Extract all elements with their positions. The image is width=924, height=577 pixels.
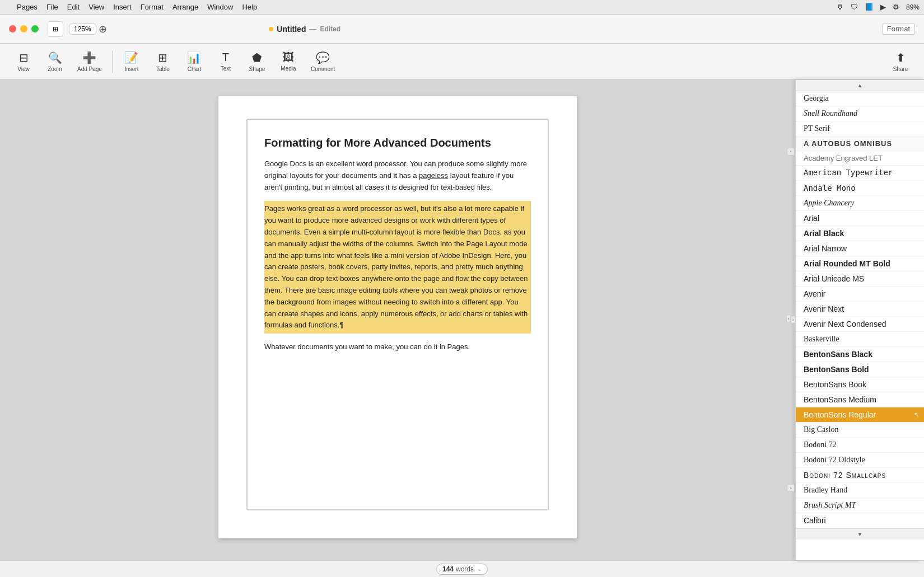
menu-item-file[interactable]: File <box>42 2 63 12</box>
table-icon: ⊞ <box>158 51 167 64</box>
word-count-chevron[interactable]: ⌄ <box>477 566 482 572</box>
font-item-bodoni72-oldstyle[interactable]: Bodoni 72 Oldstyle <box>796 453 924 468</box>
font-item-andale[interactable]: Andale Mono <box>796 181 924 196</box>
toolbar-table[interactable]: ⊞ Table <box>148 49 178 74</box>
font-item-arial-narrow[interactable]: Arial Narrow <box>796 241 924 256</box>
font-item-bentonsans-book[interactable]: BentonSans Book <box>796 377 924 392</box>
font-item-baskerville[interactable]: Baskerville <box>796 332 924 347</box>
toolbar-chart[interactable]: 📊 Chart <box>180 49 209 74</box>
word-count-badge[interactable]: 144 words ⌄ <box>436 564 488 575</box>
cursor-indicator: ↖ <box>914 411 920 419</box>
font-item-bentonsans-black[interactable]: BentonSans Black <box>796 347 924 362</box>
doc-title-text[interactable]: Untitled <box>277 25 306 34</box>
font-item-arial-black[interactable]: Arial Black <box>796 226 924 241</box>
font-item-arial-unicode[interactable]: Arial Unicode MS <box>796 271 924 287</box>
document-page[interactable]: Formatting for More Advanced Documents G… <box>218 96 577 538</box>
font-item-avenir-next[interactable]: Avenir Next <box>796 302 924 317</box>
menu-item-help[interactable]: Help <box>237 2 262 12</box>
font-group-autobus: A AUTOBUS OMNIBUS <box>796 137 924 151</box>
font-panel[interactable]: ▲ Georgia Snell Roundhand PT Serif A AUT… <box>795 79 924 560</box>
close-button[interactable] <box>9 25 16 32</box>
fullscreen-button[interactable] <box>31 25 39 32</box>
font-item-bentonsans-bold[interactable]: BentonSans Bold <box>796 362 924 377</box>
title-bar: ⊞ 125% ⊕ Untitled — Edited Format <box>0 15 924 44</box>
add-page-label: Add Page <box>77 66 102 72</box>
share-icon: ⬆ <box>896 51 906 64</box>
menu-item-view[interactable]: View <box>84 2 109 12</box>
window-controls[interactable] <box>9 25 39 32</box>
vpn-icon[interactable]: 🛡 <box>851 3 858 11</box>
toolbar-media[interactable]: 🖼 Media <box>274 49 303 74</box>
menu-item-insert[interactable]: Insert <box>109 2 136 12</box>
toolbar-insert[interactable]: 📝 Insert <box>117 49 146 74</box>
font-item-bentonsans-medium[interactable]: BentonSans Medium <box>796 392 924 407</box>
scroll-right-arrow-3[interactable]: › <box>791 316 795 323</box>
toolbar-zoom[interactable]: 🔍 Zoom <box>40 49 69 74</box>
insert-label: Insert <box>124 66 138 72</box>
words-label: words <box>456 565 474 573</box>
font-item-bodoni72[interactable]: Bodoni 72 <box>796 438 924 453</box>
font-item-bentonsans-regular[interactable]: BentonSans Regular ↖ <box>796 407 924 423</box>
scroll-right-arrow-2[interactable]: › <box>786 315 791 322</box>
edited-label: Edited <box>320 25 340 33</box>
font-item-american-typewriter[interactable]: American Typewriter <box>796 166 924 181</box>
menu-item-pages[interactable]: Pages <box>12 2 42 12</box>
font-item-avenir[interactable]: Avenir <box>796 287 924 302</box>
comment-label: Comment <box>311 66 335 72</box>
minimize-button[interactable] <box>20 25 27 32</box>
unsaved-dot <box>269 27 273 31</box>
format-panel-toggle[interactable]: Format <box>882 23 915 35</box>
main-area: Formatting for More Advanced Documents G… <box>0 79 924 560</box>
app-icon[interactable]: 📘 <box>865 3 874 11</box>
font-item-big-caslon[interactable]: Big Caslon <box>796 423 924 438</box>
shape-label: Shape <box>249 66 265 72</box>
doc-para-2-highlighted: Pages works great as a word processor as… <box>264 201 531 334</box>
word-count-number: 144 <box>442 565 454 573</box>
font-item-brush-script[interactable]: Brush Script MT <box>796 498 924 513</box>
font-item-arial-rounded[interactable]: Arial Rounded MT Bold <box>796 256 924 271</box>
text-label: Text <box>221 65 231 72</box>
scroll-right-arrow-1[interactable]: › <box>787 148 795 156</box>
add-page-icon: ➕ <box>82 51 96 64</box>
toolbar-text[interactable]: T Text <box>211 49 240 74</box>
font-item-arial[interactable]: Arial <box>796 211 924 226</box>
zoom-control[interactable]: 125% <box>69 24 96 35</box>
text-icon: T <box>222 51 229 64</box>
add-page-icon[interactable]: ⊕ <box>99 23 107 35</box>
menu-item-arrange[interactable]: Arrange <box>168 2 203 12</box>
font-item-academy[interactable]: Academy Engraved LET <box>796 151 924 166</box>
doc-para-1: Google Docs is an excellent word process… <box>264 158 531 193</box>
font-item-bradley-hand[interactable]: Bradley Hand <box>796 483 924 498</box>
comment-icon: 💬 <box>316 51 330 64</box>
microphone-icon[interactable]: 🎙 <box>837 3 844 11</box>
font-item-avenir-next-condensed[interactable]: Avenir Next Condensed <box>796 317 924 332</box>
menu-bar: Pages File Edit View Insert Format Arran… <box>0 0 924 15</box>
scroll-right-arrow-4[interactable]: › <box>787 484 795 492</box>
chart-label: Chart <box>188 66 201 72</box>
font-item-ptserif[interactable]: PT Serif <box>796 121 924 137</box>
media-icon: 🖼 <box>283 51 294 64</box>
font-item-apple-chancery[interactable]: Apple Chancery <box>796 196 924 211</box>
shape-icon: ⬟ <box>252 51 262 64</box>
font-item-bodoni72-smallcaps[interactable]: Bodoni 72 Smallcaps <box>796 468 924 483</box>
menu-item-edit[interactable]: Edit <box>63 2 84 12</box>
control-icon[interactable]: ⚙ <box>893 3 899 11</box>
toolbar-add-page[interactable]: ➕ Add Page <box>72 49 108 74</box>
status-bar: 144 words ⌄ <box>0 560 924 577</box>
sidebar-toggle[interactable]: ⊞ <box>48 21 63 37</box>
media-icon[interactable]: ▶ <box>880 3 886 11</box>
battery-label: 89% <box>906 3 920 11</box>
font-item-snell[interactable]: Snell Roundhand <box>796 106 924 121</box>
share-label: Share <box>893 66 908 72</box>
font-panel-scroll-down[interactable]: ▼ <box>796 528 924 540</box>
toolbar-shape[interactable]: ⬟ Shape <box>242 49 272 74</box>
menu-item-window[interactable]: Window <box>203 2 237 12</box>
canvas-area[interactable]: Formatting for More Advanced Documents G… <box>0 79 795 560</box>
toolbar-comment[interactable]: 💬 Comment <box>305 49 340 74</box>
font-panel-scroll-up[interactable]: ▲ <box>796 80 924 91</box>
toolbar-view[interactable]: ⊟ View <box>9 49 38 74</box>
font-item-georgia[interactable]: Georgia <box>796 91 924 106</box>
toolbar-share[interactable]: ⬆ Share <box>886 49 915 74</box>
menu-item-format[interactable]: Format <box>136 2 168 12</box>
font-item-calibri[interactable]: Calibri <box>796 513 924 528</box>
